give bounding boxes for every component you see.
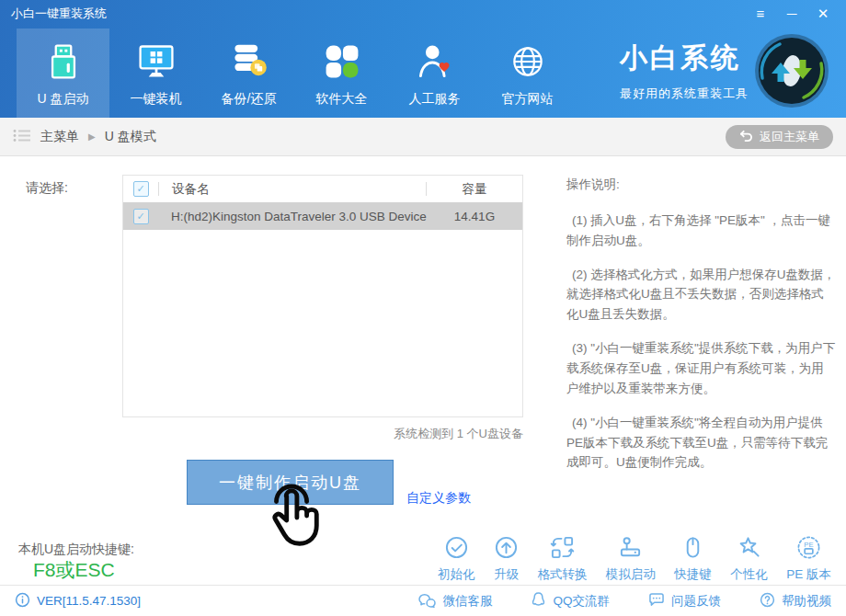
- header: 小白一键重装系统 ≡ ─ ✕ U 盘启动: [0, 0, 846, 118]
- footer-link-label: 微信客服: [442, 593, 492, 610]
- joystick-icon: [618, 535, 643, 563]
- brand-logo-icon: [752, 31, 831, 110]
- breadcrumb-current: U 盘模式: [105, 129, 156, 145]
- qq-group-link[interactable]: QQ交流群: [531, 591, 610, 611]
- back-to-main-menu-button[interactable]: 返回主菜单: [726, 125, 833, 149]
- version-text: VER[11.5.47.1530]: [37, 594, 141, 608]
- initialize-icon: [444, 535, 469, 563]
- device-name-header: 设备名: [159, 181, 426, 198]
- row-checkbox[interactable]: ✓: [133, 209, 149, 224]
- qq-penguin-icon: [531, 591, 546, 611]
- tool-hotkeys[interactable]: 快捷键: [674, 535, 712, 583]
- app-title: 小白一键重装系统: [11, 6, 107, 22]
- table-row[interactable]: ✓ H:(hd2)Kingston DataTraveler 3.0 USB D…: [123, 202, 522, 230]
- breadcrumb-root[interactable]: 主菜单: [40, 129, 79, 145]
- format-convert-icon: [550, 535, 575, 563]
- tool-pe-version[interactable]: PE PE 版本: [786, 535, 831, 583]
- tool-initialize[interactable]: 初始化: [438, 535, 475, 583]
- pe-version-icon: PE: [796, 535, 821, 563]
- instructions-title: 操作说明:: [566, 175, 836, 195]
- select-all-checkbox[interactable]: ✓: [133, 181, 149, 197]
- brand-area: 小白系统 最好用的系统重装工具: [620, 31, 831, 110]
- instruction-step: (3) "小白一键重装系统"提供系统下载，为用户下载系统保存至U盘，保证用户有系…: [566, 338, 836, 399]
- row-check-cell: ✓: [123, 209, 158, 224]
- window-controls: ≡ ─ ✕: [749, 4, 835, 24]
- nav-label: 官方网站: [502, 91, 554, 108]
- make-usb-button[interactable]: 一键制作启动U盘: [187, 460, 394, 505]
- capacity-cell: 14.41G: [427, 210, 522, 223]
- instructions-panel: 操作说明: (1) 插入U盘，右下角选择 "PE版本" ，点击一键制作启动U盘。…: [566, 175, 836, 486]
- make-usb-button-label: 一键制作启动U盘: [219, 472, 361, 494]
- wechat-support-link[interactable]: 微信客服: [418, 591, 492, 611]
- tool-label: 升级: [494, 566, 519, 583]
- usb-icon: [43, 40, 84, 83]
- nav-label: 一键装机: [131, 91, 182, 108]
- instruction-step: (2) 选择格式化方式，如果用户想保存U盘数据，就选择格式化U盘且不丢失数据，否…: [566, 265, 836, 325]
- brand-tagline: 最好用的系统重装工具: [620, 86, 749, 102]
- nav-item-backup-restore[interactable]: 备份/还原: [202, 29, 295, 118]
- hotkey-label: 本机U盘启动快捷键:: [18, 542, 134, 558]
- device-table: ✓ 设备名 容量 ✓ H:(hd2)Kingston DataTraveler …: [122, 175, 523, 417]
- device-name-cell: H:(hd2)Kingston DataTraveler 3.0 USB Dev…: [158, 210, 427, 223]
- hotkey-value: F8或ESC: [33, 557, 115, 583]
- back-arrow-icon: [739, 130, 753, 144]
- breadcrumb-arrow-icon: ▶: [88, 131, 96, 142]
- close-icon[interactable]: ✕: [811, 4, 835, 24]
- breadcrumb: 主菜单 ▶ U 盘模式 返回主菜单: [0, 118, 846, 156]
- select-label: 请选择:: [26, 180, 68, 197]
- nav-item-website[interactable]: 官方网站: [481, 29, 574, 118]
- nav-item-one-click-install[interactable]: 一键装机: [109, 29, 202, 118]
- brand-name: 小白系统: [620, 40, 749, 77]
- minimize-icon[interactable]: ─: [780, 4, 804, 24]
- capacity-header: 容量: [427, 181, 522, 198]
- tool-format-convert[interactable]: 格式转换: [537, 535, 587, 583]
- feedback-link[interactable]: 问题反馈: [648, 591, 721, 611]
- detect-status-text: 系统检测到 1 个U盘设备: [122, 426, 523, 442]
- footer-link-label: QQ交流群: [553, 593, 610, 610]
- upgrade-icon: [494, 535, 519, 563]
- instruction-step: (4) "小白一键重装系统"将全程自动为用户提供PE版本下载及系统下载至U盘，只…: [566, 413, 836, 473]
- footer-link-label: 问题反馈: [671, 593, 721, 610]
- nav-label: U 盘启动: [38, 91, 89, 108]
- version-info: VER[11.5.47.1530]: [15, 592, 141, 610]
- tool-simulate-boot[interactable]: 模拟启动: [606, 535, 656, 583]
- clover-icon: [322, 40, 362, 83]
- nav-label: 备份/还原: [222, 91, 277, 108]
- info-icon: [15, 592, 30, 610]
- tool-personalize[interactable]: 个性化: [730, 535, 768, 583]
- list-icon: [13, 129, 31, 145]
- tools-row: 初始化 升级 格式转换: [438, 535, 831, 583]
- nav-item-support[interactable]: 人工服务: [388, 29, 481, 118]
- brand-text: 小白系统 最好用的系统重装工具: [620, 40, 749, 102]
- titlebar: 小白一键重装系统 ≡ ─ ✕: [0, 0, 846, 28]
- nav-item-software[interactable]: 软件大全: [295, 29, 388, 118]
- footer-link-label: 帮助视频: [782, 593, 831, 610]
- instruction-step: (1) 插入U盘，右下角选择 "PE版本" ，点击一键制作启动U盘。: [566, 211, 836, 251]
- support-person-icon: [415, 40, 455, 83]
- globe-icon: [508, 40, 548, 83]
- nav-item-usb-boot[interactable]: U 盘启动: [17, 29, 109, 118]
- pe-badge-text: PE: [804, 541, 813, 549]
- star-icon: [737, 535, 761, 563]
- nav-label: 人工服务: [409, 91, 461, 108]
- help-icon: [760, 592, 775, 610]
- select-all-cell: ✓: [123, 181, 158, 197]
- main-nav: U 盘启动 一键装机: [17, 29, 574, 118]
- table-header-row: ✓ 设备名 容量: [123, 176, 522, 202]
- backup-database-icon: [229, 40, 269, 83]
- menu-icon[interactable]: ≡: [749, 4, 772, 24]
- custom-params-link[interactable]: 自定义参数: [406, 490, 471, 507]
- wechat-icon: [418, 592, 436, 610]
- tool-label: 模拟启动: [606, 566, 656, 583]
- app-window: 小白一键重装系统 ≡ ─ ✕ U 盘启动: [0, 0, 846, 616]
- help-video-link[interactable]: 帮助视频: [760, 591, 831, 611]
- tool-label: PE 版本: [786, 566, 831, 583]
- tool-upgrade[interactable]: 升级: [494, 535, 519, 583]
- footer-bar: VER[11.5.47.1530] 微信客服 QQ交流群: [0, 585, 846, 616]
- tool-label: 个性化: [730, 566, 768, 583]
- back-button-label: 返回主菜单: [760, 129, 819, 145]
- tool-label: 格式转换: [537, 566, 587, 583]
- monitor-icon: [136, 40, 177, 83]
- nav-label: 软件大全: [316, 91, 368, 108]
- tool-label: 初始化: [438, 566, 475, 583]
